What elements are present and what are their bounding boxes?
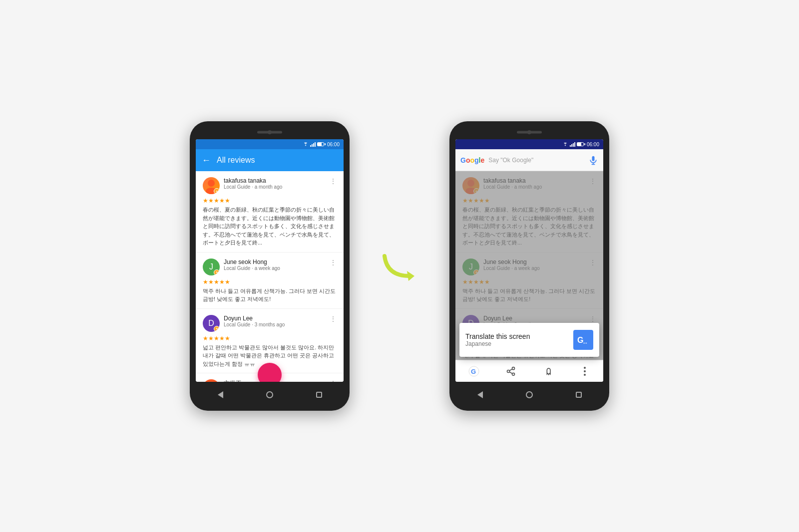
phone-2: 06:00 Google Say "Ok Google" xyxy=(449,121,609,411)
status-icons-2 xyxy=(562,142,584,147)
mic-icon[interactable] xyxy=(588,155,598,165)
dimmed-reviewer-name-3: Doyun Lee xyxy=(483,315,585,322)
dimmed-avatar-2: J xyxy=(462,259,479,275)
avatar-badge-1 xyxy=(214,188,220,194)
dimmed-review-stars-2: ★★★★★ xyxy=(462,278,596,285)
nav-home-2[interactable] xyxy=(524,390,534,400)
speaker-1 xyxy=(257,131,282,134)
translate-title: Translate this screen xyxy=(465,332,568,340)
dimmed-review-menu-1: ⋮ xyxy=(589,177,596,185)
phone-1: 06:00 ← All reviews xyxy=(190,121,350,411)
svg-point-6 xyxy=(467,180,474,187)
reviewer-meta-2: Local Guide · a week ago xyxy=(224,266,326,271)
dimmed-reviewer-info-1: takafusa tanaka Local Guide · a month ag… xyxy=(483,177,585,190)
svg-point-20 xyxy=(584,374,586,376)
wifi-icon xyxy=(303,142,309,147)
svg-point-14 xyxy=(507,370,510,372)
dimmed-reviewer-name-1: takafusa tanaka xyxy=(483,177,585,184)
reviewer-name-3: Doyun Lee xyxy=(224,315,326,322)
review-menu-1[interactable]: ⋮ xyxy=(330,177,337,185)
battery-icon-2 xyxy=(577,142,584,146)
nav-back-1[interactable] xyxy=(215,390,225,400)
dimmed-review-menu-3: ⋮ xyxy=(589,315,596,323)
phones-container: 06:00 ← All reviews xyxy=(190,121,609,411)
svg-rect-3 xyxy=(592,156,595,161)
reviewer-info-3: Doyun Lee Local Guide · 3 months ago xyxy=(224,315,326,327)
dimmed-review-item-2: J June seok Hong Local Guide · a week ag… xyxy=(455,253,603,309)
status-icons-1 xyxy=(303,142,324,147)
review-stars-1: ★★★★★ xyxy=(203,197,337,204)
review-menu-3[interactable]: ⋮ xyxy=(330,315,337,323)
avatar-letter-2: J xyxy=(209,263,213,271)
reviewer-meta-1: Local Guide · a month ago xyxy=(224,184,326,190)
avatar-badge-2 xyxy=(214,269,220,275)
google-translate-icon: G ↔ xyxy=(575,332,591,348)
dimmed-review-text-2: 맥주 하나 들고 여유롭게 산책가능. 그러다 보면 시간도 금방! 낮에도 좋… xyxy=(462,287,596,303)
phone-bottom-bar-2 xyxy=(455,385,603,405)
reviewer-info-2: June seok Hong Local Guide · a week ago xyxy=(224,259,326,271)
battery-icon-1 xyxy=(317,142,324,146)
status-bar-2: 06:00 xyxy=(455,139,603,149)
review-menu-4[interactable]: ⋮ xyxy=(330,379,337,382)
nav-recent-2[interactable] xyxy=(574,390,584,400)
dimmed-content: takafusa tanaka Local Guide · a month ag… xyxy=(455,171,603,382)
action-touch[interactable] xyxy=(541,364,555,378)
review-menu-2[interactable]: ⋮ xyxy=(330,259,337,266)
search-input-area[interactable]: Say "Ok Google" xyxy=(488,157,584,164)
reviewer-meta-3: Local Guide · 3 months ago xyxy=(224,322,326,327)
phone-screen-2: 06:00 Google Say "Ok Google" xyxy=(455,139,603,382)
arrow-wrapper xyxy=(380,241,419,291)
phone-screen-1: 06:00 ← All reviews xyxy=(196,139,344,382)
svg-point-15 xyxy=(512,373,515,375)
svg-text:↔: ↔ xyxy=(582,339,588,346)
svg-point-0 xyxy=(208,180,215,187)
translate-text-area: Translate this screen Japanese xyxy=(465,332,568,347)
dimmed-review-text-1: 春の桜、夏の新緑、秋の紅葉と季節の折々に美しい自然が堪能できます。近くには動物園… xyxy=(462,206,596,247)
review-text-2: 맥주 하나 들고 여유롭게 산책가능. 그러다 보면 시간도 금방! 낮에도 좋… xyxy=(203,287,337,303)
translate-popup[interactable]: Translate this screen Japanese G ↔ xyxy=(459,323,599,357)
review-item-2: J June seok Hong Local Guide · a week ag… xyxy=(196,253,344,309)
dimmed-reviewer-info-2: June seok Hong Local Guide · a week ago xyxy=(483,259,585,271)
dimmed-review-header-1: takafusa tanaka Local Guide · a month ag… xyxy=(462,177,596,194)
nav-back-2[interactable] xyxy=(475,390,485,400)
wifi-icon-2 xyxy=(562,142,568,147)
review-item-1: takafusa tanaka Local Guide · a month ag… xyxy=(196,171,344,253)
google-search-bar[interactable]: Google Say "Ok Google" xyxy=(455,149,603,171)
app-bar-title-1: All reviews xyxy=(217,156,338,165)
transition-arrow xyxy=(380,241,419,291)
back-arrow-1[interactable]: ← xyxy=(202,155,211,166)
svg-point-18 xyxy=(584,367,586,369)
speaker-2 xyxy=(517,131,542,134)
svg-point-13 xyxy=(512,367,515,369)
dimmed-reviewer-meta-2: Local Guide · a week ago xyxy=(483,266,585,271)
dimmed-avatar-badge-1 xyxy=(473,188,479,194)
avatar-1 xyxy=(203,177,220,194)
dimmed-avatar-1 xyxy=(462,177,479,194)
avatar-4: 方 xyxy=(203,379,220,382)
avatar-letter-3: D xyxy=(208,319,214,328)
review-header-3: D Doyun Lee Local Guide · 3 months ago ⋮ xyxy=(203,315,337,332)
translate-google-icon[interactable]: G ↔ xyxy=(573,330,593,350)
signal-icon-1 xyxy=(310,142,316,147)
dimmed-review-menu-2: ⋮ xyxy=(589,259,596,266)
status-bar-1: 06:00 xyxy=(196,139,344,149)
action-bar: G xyxy=(455,360,603,382)
reviewer-name-2: June seok Hong xyxy=(224,259,326,266)
action-google[interactable]: G xyxy=(467,364,481,378)
dimmed-review-stars-1: ★★★★★ xyxy=(462,197,596,204)
dimmed-reviewer-meta-1: Local Guide · a month ago xyxy=(483,184,585,190)
review-header-2: J June seok Hong Local Guide · a week ag… xyxy=(203,259,337,275)
review-stars-2: ★★★★★ xyxy=(203,278,337,285)
action-share[interactable] xyxy=(504,364,518,378)
svg-text:G: G xyxy=(471,368,476,375)
dimmed-review-item-1: takafusa tanaka Local Guide · a month ag… xyxy=(455,171,603,253)
review-stars-3: ★★★★★ xyxy=(203,335,337,342)
review-text-1: 春の桜、夏の新緑、秋の紅葉と季節の折々に美しい自然が堪能できます。近くには動物園… xyxy=(203,206,337,247)
reviewer-name-1: takafusa tanaka xyxy=(224,177,326,184)
action-more[interactable] xyxy=(578,364,592,378)
nav-home-1[interactable] xyxy=(265,390,275,400)
dimmed-avatar-badge-2 xyxy=(473,269,479,275)
svg-marker-2 xyxy=(407,271,414,281)
phone-top-bar-2 xyxy=(455,127,603,137)
nav-recent-1[interactable] xyxy=(314,390,324,400)
